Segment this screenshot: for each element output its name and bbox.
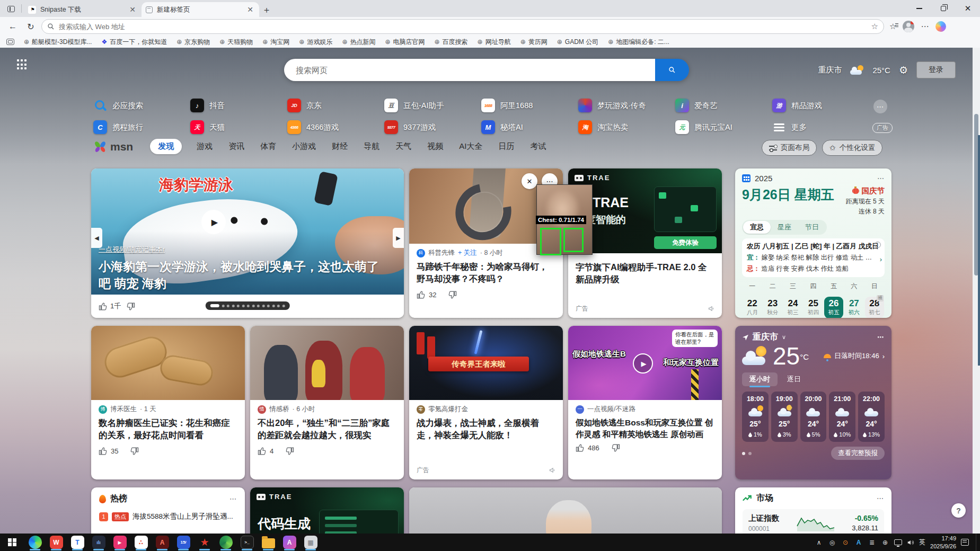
thumbs-down-icon[interactable]	[611, 443, 620, 452]
quick-link[interactable]: 必应搜索	[93, 99, 190, 112]
hourly-forecast-cell[interactable]: 18:00 25° 1%	[742, 392, 769, 442]
msn-logo[interactable]: msn	[93, 140, 133, 154]
card-source[interactable]: 情感桥	[269, 405, 289, 414]
nav-tab[interactable]: 小游戏	[291, 139, 317, 154]
widget-menu-icon[interactable]: ⋯	[877, 494, 884, 502]
copilot-icon[interactable]	[935, 21, 946, 32]
tab-actions-button[interactable]	[3, 2, 19, 16]
weather-city[interactable]: 重庆市	[753, 332, 778, 343]
ad-title[interactable]: 战力爆表，战士神威，全服横着走，神装全爆无人能敌！	[417, 417, 555, 442]
card-title[interactable]: 数名肿瘤医生已证实：花生和癌症的关系，最好花点时间看看	[99, 417, 237, 442]
quick-link[interactable]: 元 腾讯元宝AI	[675, 120, 772, 134]
header-city[interactable]: 重庆市	[818, 65, 842, 75]
taskbar-app-button[interactable]: ▶	[109, 534, 130, 551]
tray-icon[interactable]: ∧	[815, 539, 823, 546]
weather-widget[interactable]: 重庆市 ∨ ⋯ 25 °C 日落时间18:46› 逐小时逐日 18:00 25°…	[735, 326, 891, 479]
thumbs-up-icon[interactable]	[576, 443, 585, 452]
carousel-dot[interactable]	[237, 305, 240, 307]
taskbar-app-button[interactable]: ★	[194, 534, 215, 551]
weather-tab[interactable]: 逐小时	[742, 372, 778, 386]
calendar-widget[interactable]: 2025 ⋯ 9月26日 星期五 国庆节 距离现在 5 天 连休 8 天 宜忌星…	[735, 168, 891, 318]
gear-icon[interactable]: ⚙	[899, 64, 908, 76]
hourly-forecast-cell[interactable]: 20:00 24° 5%	[800, 392, 827, 442]
hot-list-card[interactable]: 热榜 ⋯ 1 热点 海拔5588米雪山上男子滑坠遇...	[91, 487, 245, 534]
nav-tab[interactable]: 考试	[529, 139, 547, 154]
calendar-day-cell[interactable]: 班 28初七	[865, 297, 884, 318]
news-card-family[interactable]: 情情感桥· 6 小时 不出20年，“独生”和“二三胎”家庭的差距就会越拉越大，很…	[250, 326, 404, 479]
calendar-day-cell[interactable]: 23秋分	[763, 297, 782, 318]
follow-button[interactable]: + 关注	[458, 248, 477, 257]
ad-title[interactable]: 字节旗下AI编程助手-TRAE 2.0 全新品牌升级	[576, 261, 714, 286]
widget-menu-icon[interactable]: ⋯	[877, 174, 885, 182]
quick-link[interactable]: 天 天猫	[190, 120, 287, 134]
new-tab-button[interactable]: ＋	[259, 2, 274, 17]
info-icon[interactable]: i	[875, 242, 881, 248]
taskbar-app-button[interactable]	[215, 534, 236, 551]
play-button[interactable]: ▶	[633, 353, 653, 374]
carousel-dot[interactable]	[210, 304, 219, 307]
hourly-forecast-cell[interactable]: 19:00 25° 3%	[771, 392, 798, 442]
index-row[interactable]: 上证指数 000001 -0.65% 3,828.11	[743, 509, 884, 534]
quick-link[interactable]: 4366 4366游戏	[287, 120, 384, 134]
bookmark-item[interactable]: 网址导航	[478, 38, 511, 47]
chevron-down-icon[interactable]: ∨	[782, 334, 786, 341]
thumbs-down-icon[interactable]	[285, 447, 294, 456]
quick-link[interactable]: 梦玩游戏·传奇	[578, 99, 675, 112]
calendar-day-cell[interactable]: 22八月	[743, 297, 762, 318]
thumbs-down-icon[interactable]	[448, 290, 457, 299]
nav-tab[interactable]: 导航	[363, 139, 381, 154]
carousel-dot[interactable]	[242, 305, 244, 307]
news-card-portrait[interactable]	[409, 487, 722, 534]
quick-link[interactable]: i 爱奇艺	[675, 99, 772, 112]
detector-overlay-window[interactable]: Chest: 0.71/1.74	[536, 184, 593, 255]
taskbar-clock[interactable]: 17:49 2025/9/26	[930, 535, 956, 550]
tab-newtab[interactable]: 新建标签页 ✕	[142, 2, 259, 17]
start-button[interactable]	[0, 534, 24, 551]
taskbar-app-button[interactable]: ▦	[300, 534, 321, 551]
bookmark-item[interactable]: 船艇模型-3D模型库...	[24, 38, 92, 47]
hotlist-item[interactable]: 1 热点 海拔5588米雪山上男子滑坠遇...	[99, 512, 237, 521]
carousel-dot[interactable]	[247, 305, 250, 307]
widget-menu-icon[interactable]: ⋯	[877, 333, 885, 341]
bookmark-item[interactable]: 百度一下，你就知道	[101, 38, 167, 47]
taskbar-app-button[interactable]: A	[279, 534, 300, 551]
quicklinks-more-button[interactable]: ⋯	[873, 100, 887, 113]
carousel-dot[interactable]	[252, 305, 254, 307]
hero-video-card[interactable]: 海豹学游泳 ▶ 一点视频/萌宠记事本r 小海豹第一次学游泳，被水呛到哭鼻子，这也…	[91, 168, 404, 318]
tray-icon[interactable]: ⊙	[841, 539, 850, 546]
card-image[interactable]	[409, 487, 722, 534]
hero-source[interactable]: 一点视频/萌宠记事本r	[99, 245, 165, 254]
pagination-dots[interactable]	[742, 452, 752, 455]
ad-horn-icon[interactable]	[708, 305, 716, 313]
quick-link[interactable]: 更多	[772, 120, 869, 134]
favorites-hub-icon[interactable]: ☆	[889, 22, 896, 31]
ad-card-trae-code[interactable]: TRAE 代码生成	[250, 487, 404, 534]
window-close-button[interactable]: ✕	[956, 0, 980, 17]
taskbar-app-button[interactable]: ∴	[130, 534, 152, 551]
taskbar-app-button[interactable]: >_	[236, 534, 258, 551]
ad-horn-icon[interactable]	[549, 466, 557, 474]
taskbar-app-button[interactable]: A	[152, 534, 173, 551]
header-temperature[interactable]: 25°C	[872, 66, 890, 75]
quick-link[interactable]: C 携程旅行	[93, 120, 190, 134]
tab-snipaste[interactable]: ⚑ Snipaste 下载 ✕	[24, 2, 142, 17]
card-title[interactable]: 不出20年，“独生”和“二三胎”家庭的差距就会越拉越大，很现实	[258, 417, 396, 442]
address-bar[interactable]: ☆	[41, 19, 884, 34]
thumbs-down-icon[interactable]	[130, 447, 139, 456]
taskbar-app-button[interactable]: 15/	[173, 534, 194, 551]
tray-icon[interactable]: ≣	[868, 539, 876, 546]
bookmark-item[interactable]: GADM 公司	[557, 38, 598, 47]
hero-image[interactable]: 海豹学游泳 ▶ 一点视频/萌宠记事本r 小海豹第一次学游泳，被水呛到哭鼻子，这也…	[91, 168, 404, 295]
card-title[interactable]: 假如地铁逃生Boss和玩家互换位置 创作灵感 和平精英地铁逃生 原创动画	[576, 417, 714, 440]
bookmark-item[interactable]: 游戏娱乐	[299, 38, 332, 47]
display-tray-icon[interactable]	[894, 539, 902, 545]
card-source[interactable]: 科普先锋	[428, 248, 455, 257]
thumbs-up-icon[interactable]	[99, 447, 108, 456]
notification-center-icon[interactable]	[961, 539, 969, 546]
carousel-dot[interactable]	[272, 305, 275, 307]
nav-tab[interactable]: 天气	[394, 139, 412, 154]
ad-card-game[interactable]: 传奇界王者来啦 零零氪高爆打金 战力爆表，战士神威，全服横着走，神装全爆无人能敌…	[409, 326, 563, 479]
speaker-icon[interactable]	[907, 539, 914, 546]
full-forecast-button[interactable]: 查看完整预报	[831, 447, 885, 460]
weather-tab[interactable]: 逐日	[780, 372, 808, 386]
